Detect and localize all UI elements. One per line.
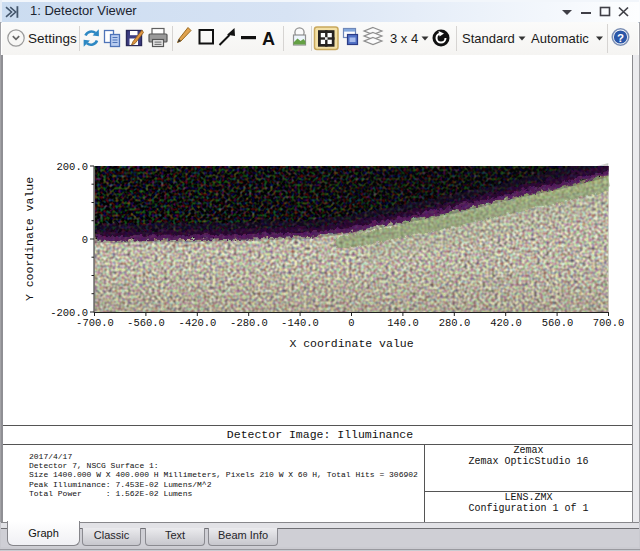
svg-text:-140.0: -140.0 — [281, 317, 319, 329]
svg-text:140.0: 140.0 — [387, 317, 419, 329]
svg-text:Automatic: Automatic — [531, 31, 589, 46]
svg-text:Settings: Settings — [28, 31, 77, 46]
svg-text:X coordinate value: X coordinate value — [289, 337, 413, 350]
svg-text:200.0: 200.0 — [56, 161, 88, 173]
svg-text:Y coordinate value: Y coordinate value — [23, 177, 36, 301]
svg-text:700.0: 700.0 — [593, 317, 625, 329]
svg-text:-560.0: -560.0 — [127, 317, 165, 329]
svg-text:0: 0 — [82, 234, 88, 246]
svg-text:3 x 4: 3 x 4 — [390, 31, 418, 46]
svg-text:-280.0: -280.0 — [230, 317, 268, 329]
svg-text:-420.0: -420.0 — [179, 317, 217, 329]
svg-text:A: A — [262, 29, 275, 49]
svg-text:-700.0: -700.0 — [76, 317, 114, 329]
svg-text:420.0: 420.0 — [490, 317, 522, 329]
svg-text:Standard: Standard — [462, 31, 515, 46]
svg-text:560.0: 560.0 — [542, 317, 574, 329]
svg-text:280.0: 280.0 — [439, 317, 471, 329]
svg-text:?: ? — [617, 32, 624, 44]
svg-text:0: 0 — [348, 317, 354, 329]
